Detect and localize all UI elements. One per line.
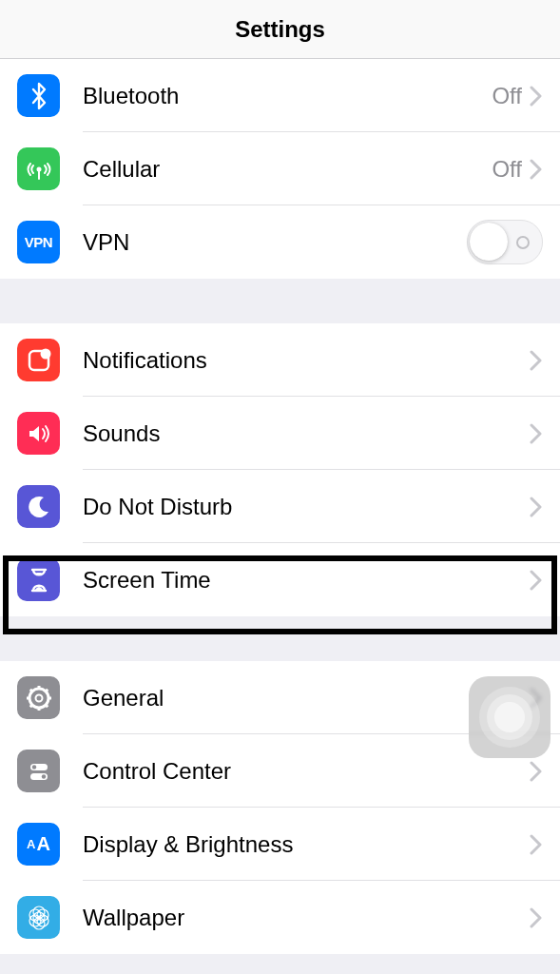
chevron-right-icon bbox=[530, 761, 543, 782]
row-label: VPN bbox=[83, 229, 467, 256]
svg-line-11 bbox=[45, 704, 48, 707]
chevron-right-icon bbox=[530, 159, 543, 180]
row-bluetooth[interactable]: Bluetooth Off bbox=[0, 59, 560, 132]
row-label: Bluetooth bbox=[83, 83, 492, 109]
row-label: Wallpaper bbox=[83, 905, 530, 931]
svg-point-17 bbox=[41, 774, 45, 778]
row-screen-time[interactable]: Screen Time bbox=[0, 543, 560, 616]
chevron-right-icon bbox=[530, 423, 543, 444]
sounds-icon bbox=[17, 412, 60, 455]
wallpaper-icon bbox=[17, 896, 60, 939]
bluetooth-icon bbox=[17, 74, 60, 117]
svg-line-10 bbox=[29, 689, 32, 692]
chevron-right-icon bbox=[530, 907, 543, 928]
row-label: Display & Brightness bbox=[83, 831, 530, 858]
svg-point-3 bbox=[40, 348, 50, 359]
hourglass-icon bbox=[17, 558, 60, 601]
settings-group-notifications: Notifications Sounds Do Not Disturb bbox=[0, 323, 560, 616]
svg-point-5 bbox=[35, 694, 42, 701]
row-label: Notifications bbox=[83, 347, 530, 374]
row-value: Off bbox=[492, 83, 522, 109]
page-title: Settings bbox=[235, 16, 325, 43]
notifications-icon bbox=[17, 339, 60, 381]
gear-icon bbox=[17, 676, 60, 719]
row-label: Do Not Disturb bbox=[83, 494, 530, 520]
row-label: General bbox=[83, 685, 530, 711]
svg-line-12 bbox=[45, 689, 48, 692]
row-label: Sounds bbox=[83, 420, 530, 447]
section-gap bbox=[0, 616, 560, 661]
row-notifications[interactable]: Notifications bbox=[0, 323, 560, 397]
chevron-right-icon bbox=[530, 350, 543, 371]
chevron-right-icon bbox=[530, 497, 543, 517]
row-do-not-disturb[interactable]: Do Not Disturb bbox=[0, 470, 560, 543]
text-size-icon: AA bbox=[17, 823, 60, 866]
row-vpn[interactable]: VPN VPN bbox=[0, 205, 560, 279]
row-display-brightness[interactable]: AA Display & Brightness bbox=[0, 808, 560, 881]
row-label: Control Center bbox=[83, 758, 530, 785]
svg-point-15 bbox=[31, 765, 35, 769]
row-value: Off bbox=[492, 156, 522, 183]
chevron-right-icon bbox=[530, 86, 543, 107]
assistive-touch-button[interactable] bbox=[469, 676, 550, 758]
chevron-right-icon bbox=[530, 834, 543, 855]
row-label: Cellular bbox=[83, 156, 492, 183]
settings-group-connectivity: Bluetooth Off Cellular Off VPN VPN bbox=[0, 59, 560, 279]
vpn-icon-text: VPN bbox=[25, 234, 52, 250]
row-cellular[interactable]: Cellular Off bbox=[0, 132, 560, 205]
header: Settings bbox=[0, 0, 560, 59]
vpn-icon: VPN bbox=[17, 221, 60, 263]
chevron-right-icon bbox=[530, 570, 543, 591]
moon-icon bbox=[17, 485, 60, 528]
svg-line-13 bbox=[29, 704, 32, 707]
section-gap bbox=[0, 279, 560, 323]
cellular-icon bbox=[17, 147, 60, 190]
row-wallpaper[interactable]: Wallpaper bbox=[0, 881, 560, 954]
toggles-icon bbox=[17, 750, 60, 792]
vpn-toggle[interactable] bbox=[467, 220, 543, 264]
row-label: Screen Time bbox=[83, 567, 530, 594]
row-sounds[interactable]: Sounds bbox=[0, 397, 560, 470]
